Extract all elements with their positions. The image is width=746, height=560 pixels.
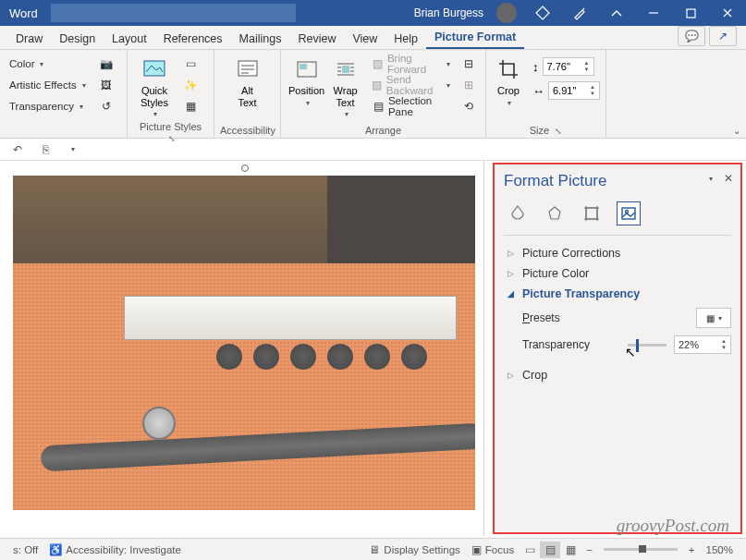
- picture-border-icon[interactable]: ▭: [179, 54, 202, 74]
- accessibility-icon: ♿: [49, 543, 62, 556]
- artistic-effects-button[interactable]: Artistic Effects▾: [6, 75, 90, 95]
- minimize-button[interactable]: [635, 0, 672, 26]
- tab-view[interactable]: View: [344, 28, 385, 49]
- print-layout-icon[interactable]: ▤: [540, 542, 560, 558]
- quick-styles-icon: [141, 55, 168, 83]
- crop-button[interactable]: Crop▾: [492, 54, 525, 109]
- rotate-icon[interactable]: ⟲: [458, 96, 480, 116]
- collapse-ribbon-icon[interactable]: ⌄: [733, 126, 740, 136]
- presets-dropdown[interactable]: ▦▾: [696, 308, 731, 328]
- pane-options-icon[interactable]: ▾: [709, 175, 713, 183]
- selection-pane-icon: ▤: [372, 99, 385, 114]
- web-layout-icon[interactable]: ▦: [560, 542, 581, 558]
- user-avatar[interactable]: [496, 3, 517, 23]
- change-picture-icon[interactable]: 🖼: [95, 75, 117, 95]
- picture-styles-label: Picture Styles: [140, 121, 202, 132]
- track-changes-status[interactable]: s: Off: [7, 544, 43, 555]
- align-icon[interactable]: ⊟: [458, 54, 480, 74]
- format-picture-pane: ▾ ✕ Format Picture ▷Picture Corrections …: [493, 163, 742, 534]
- zoom-in-icon[interactable]: +: [683, 544, 701, 555]
- group-size: Crop▾ ↕ 7.76"▲▼ ↔ 6.91"▲▼ Size ⤡: [486, 50, 606, 138]
- layout-tab-icon[interactable]: [580, 201, 604, 225]
- tab-help[interactable]: Help: [385, 28, 426, 49]
- qat-customize-icon[interactable]: ▾: [65, 141, 81, 158]
- svg-marker-6: [549, 207, 560, 219]
- tab-references[interactable]: References: [155, 28, 231, 49]
- section-picture-corrections[interactable]: ▷Picture Corrections: [504, 243, 731, 263]
- wrap-text-icon: [332, 55, 360, 83]
- size-dialog-launcher-icon[interactable]: ⤡: [552, 127, 562, 136]
- width-input[interactable]: 6.91"▲▼: [548, 81, 600, 100]
- zoom-level[interactable]: 150%: [701, 544, 739, 555]
- document-area[interactable]: [0, 161, 491, 536]
- width-icon: ↔: [532, 84, 544, 98]
- tab-draw[interactable]: Draw: [7, 28, 51, 49]
- focus-button[interactable]: ▣Focus: [466, 543, 520, 556]
- position-button[interactable]: Position▾: [287, 54, 326, 109]
- pane-category-tabs: [504, 196, 731, 236]
- close-pane-icon[interactable]: ✕: [724, 172, 733, 185]
- size-label: Size: [530, 125, 549, 136]
- zoom-slider[interactable]: [604, 548, 678, 551]
- transparency-input[interactable]: 22%▲▼: [674, 335, 731, 354]
- user-name[interactable]: Brian Burgess: [409, 6, 489, 19]
- transparency-label: Transparency: [522, 338, 620, 351]
- search-box[interactable]: [51, 4, 296, 22]
- maximize-button[interactable]: [672, 0, 709, 26]
- group-arrange: Position▾ Wrap Text▾ ▧Bring Forward▾ ▨Se…: [281, 50, 486, 138]
- quick-styles-button[interactable]: Quick Styles▾: [133, 54, 176, 120]
- repeat-icon[interactable]: ⎘: [37, 141, 54, 158]
- tab-picture-format[interactable]: Picture Format: [426, 26, 524, 49]
- zoom-out-icon[interactable]: −: [581, 544, 598, 555]
- read-mode-icon[interactable]: ▭: [520, 542, 540, 558]
- section-picture-color[interactable]: ▷Picture Color: [504, 263, 731, 284]
- group-accessibility: Alt Text Accessibility: [214, 50, 281, 138]
- tab-review[interactable]: Review: [289, 28, 344, 49]
- close-button[interactable]: [709, 0, 746, 26]
- selected-picture[interactable]: [13, 176, 475, 510]
- watermark: groovyPost.com: [617, 516, 729, 536]
- selection-pane-button[interactable]: ▤Selection Pane: [368, 96, 454, 116]
- svg-rect-0: [687, 9, 695, 18]
- tab-layout[interactable]: Layout: [104, 28, 155, 49]
- alt-text-button[interactable]: Alt Text: [226, 54, 269, 110]
- fill-line-tab-icon[interactable]: [506, 201, 530, 225]
- height-input[interactable]: 7.76"▲▼: [543, 57, 594, 76]
- ribbon-tabs: Draw Design Layout References Mailings R…: [0, 26, 746, 50]
- quick-access-toolbar: ↶ ⎘ ▾: [0, 139, 746, 161]
- title-bar: Word Brian Burgess: [0, 0, 746, 26]
- pen-icon[interactable]: [561, 0, 598, 26]
- undo-icon[interactable]: ↶: [9, 141, 26, 158]
- effects-tab-icon[interactable]: [543, 201, 567, 225]
- send-backward-button: ▨Send Backward▾: [368, 75, 454, 95]
- reset-picture-icon[interactable]: ↺: [95, 96, 117, 116]
- picture-effects-icon[interactable]: ✨: [179, 75, 202, 95]
- accessibility-label: Accessibility: [220, 124, 275, 136]
- picture-layout-icon[interactable]: ▦: [179, 96, 202, 116]
- ribbon-mode-icon[interactable]: [598, 0, 635, 26]
- transparency-button[interactable]: Transparency▾: [6, 96, 90, 116]
- display-icon: 🖥: [369, 544, 380, 555]
- preset-thumb-icon: ▦: [706, 313, 715, 323]
- section-picture-transparency[interactable]: ◢Picture Transparency: [504, 284, 731, 304]
- svg-point-9: [626, 211, 629, 213]
- tab-design[interactable]: Design: [51, 28, 104, 49]
- alt-text-icon: [234, 55, 262, 83]
- rotation-handle-icon[interactable]: [241, 164, 249, 172]
- share-button[interactable]: ↗: [709, 26, 737, 46]
- picture-tab-icon[interactable]: [617, 201, 641, 225]
- compress-pictures-icon[interactable]: 📷: [95, 54, 117, 74]
- comments-button[interactable]: 💬: [678, 26, 705, 46]
- dialog-launcher-icon[interactable]: ⤡: [165, 134, 176, 143]
- accessibility-status[interactable]: ♿Accessibility: Investigate: [43, 543, 187, 556]
- svg-rect-4: [300, 64, 307, 69]
- color-button[interactable]: Color▾: [6, 54, 90, 74]
- content-area: ▾ ✕ Format Picture ▷Picture Corrections …: [0, 161, 746, 536]
- presets-row: PPresetsresets ▦▾: [504, 304, 731, 332]
- display-settings-button[interactable]: 🖥Display Settings: [363, 544, 465, 555]
- diamond-icon[interactable]: [524, 0, 561, 26]
- section-crop[interactable]: ▷Crop: [504, 365, 731, 385]
- tab-mailings[interactable]: Mailings: [231, 28, 290, 49]
- wrap-text-button[interactable]: Wrap Text▾: [328, 54, 362, 120]
- status-bar: s: Off ♿Accessibility: Investigate 🖥Disp…: [0, 538, 746, 560]
